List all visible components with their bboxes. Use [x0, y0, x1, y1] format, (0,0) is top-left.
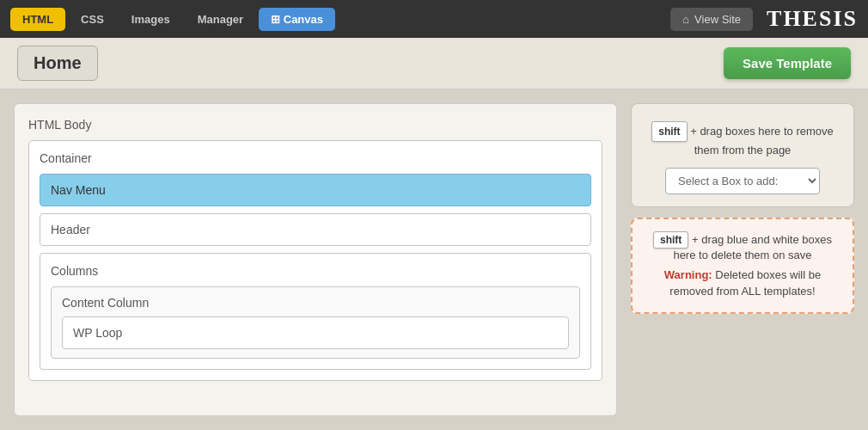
- content-column-box: Content Column WP Loop: [51, 286, 580, 359]
- shift-key-1: shift: [651, 121, 687, 142]
- nav-menu-item[interactable]: Nav Menu: [40, 174, 591, 206]
- html-body-label: HTML Body: [28, 118, 602, 132]
- drag-remove-box: shift + drag boxes here to remove them f…: [631, 103, 854, 207]
- tab-html[interactable]: HTML: [10, 8, 65, 31]
- wp-loop-item[interactable]: WP Loop: [62, 316, 569, 349]
- view-site-button[interactable]: ⌂ View Site: [670, 8, 753, 31]
- nav-right: ⌂ View Site THESIS: [670, 6, 858, 32]
- columns-box: Columns Content Column WP Loop: [40, 253, 591, 370]
- left-panel: HTML Body Container Nav Menu Header Colu…: [14, 103, 617, 416]
- select-box-row: Select a Box to add:: [645, 168, 840, 194]
- top-nav-bar: HTML CSS Images Manager ⊞ Canvas ⌂ View …: [0, 0, 868, 38]
- canvas-icon: ⊞: [271, 13, 284, 26]
- tab-images[interactable]: Images: [119, 8, 182, 31]
- save-template-button[interactable]: Save Template: [724, 47, 851, 79]
- tab-canvas[interactable]: ⊞ Canvas: [259, 8, 335, 31]
- drag-remove-text: shift + drag boxes here to remove them f…: [645, 121, 840, 159]
- tab-manager[interactable]: Manager: [186, 8, 255, 31]
- box-select-dropdown[interactable]: Select a Box to add:: [665, 168, 820, 194]
- warning-label: Warning:: [664, 268, 712, 281]
- columns-label: Columns: [51, 264, 580, 278]
- drag-delete-box: shift + drag blue and white boxes here t…: [631, 218, 854, 314]
- container-box: Container Nav Menu Header Columns Conten…: [28, 140, 602, 381]
- main-area: HTML Body Container Nav Menu Header Colu…: [0, 89, 868, 430]
- container-label: Container: [40, 151, 591, 165]
- sub-header: Home Save Template: [0, 38, 868, 89]
- right-panel: shift + drag boxes here to remove them f…: [631, 103, 854, 416]
- tab-css[interactable]: CSS: [69, 8, 116, 31]
- home-badge: Home: [17, 46, 98, 81]
- thesis-logo: THESIS: [767, 6, 858, 32]
- content-column-label: Content Column: [62, 296, 569, 310]
- drag-delete-text: shift + drag blue and white boxes here t…: [646, 231, 839, 261]
- warning-text: Warning: Deleted boxes will be removed f…: [646, 267, 839, 300]
- header-item[interactable]: Header: [40, 213, 591, 246]
- home-icon: ⌂: [682, 13, 689, 26]
- shift-key-2: shift: [653, 231, 688, 249]
